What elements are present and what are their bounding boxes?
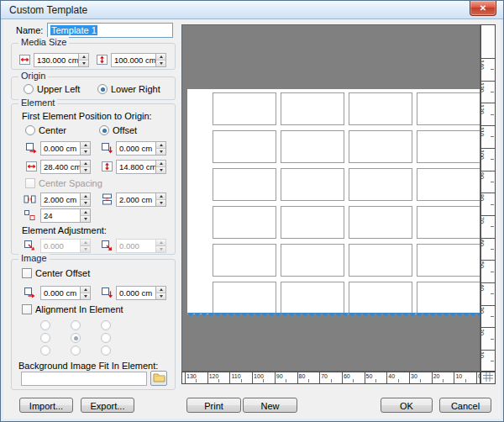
alignment-radio-middle-center[interactable] (71, 333, 81, 343)
ruler-major-tick (481, 125, 495, 126)
horizontal-spacing-input[interactable]: 2.000 cm (40, 193, 80, 207)
new-button[interactable]: New (243, 398, 297, 413)
ruler-major-tick (481, 238, 495, 239)
element-offset-y-spinner: 0.000 cm (116, 141, 166, 156)
alignment-radio-top-left[interactable] (40, 320, 50, 330)
media-size-group-label: Media Size (18, 37, 69, 47)
element-width-decrement[interactable] (81, 167, 90, 173)
template-element (281, 92, 344, 125)
element-height-increment[interactable] (156, 161, 165, 167)
ruler-label: 40 (480, 284, 485, 291)
element-count-input[interactable]: 24 (40, 208, 80, 223)
print-button[interactable]: Print (186, 398, 241, 413)
element-offset-x-increment[interactable] (81, 142, 90, 149)
element-width-increment[interactable] (81, 161, 90, 167)
vertical-ruler: 140130120110100908070605040302010 (480, 24, 496, 372)
horizontal-spacing-decrement[interactable] (81, 200, 90, 206)
ruler-minor-tick (443, 379, 444, 382)
alignment-radio-bottom-right[interactable] (101, 346, 111, 356)
folder-icon (153, 372, 165, 384)
element-offset-x-decrement[interactable] (81, 149, 90, 155)
element-offset-y-input[interactable]: 0.000 cm (116, 141, 155, 156)
background-path-input[interactable] (21, 372, 147, 386)
alignment-radio-top-right[interactable] (101, 320, 111, 330)
custom-template-dialog: Custom Template ✕ Name: Template 1 Media… (0, 0, 504, 422)
ruler-corner (480, 372, 496, 384)
origin-lower-right-radio[interactable] (97, 84, 108, 94)
image-offset-y-input[interactable]: 0.000 cm (116, 286, 155, 300)
media-width-input[interactable]: 130.000 cm (34, 53, 78, 67)
ruler-major-tick (229, 372, 230, 383)
template-element (417, 244, 480, 277)
horizontal-spacing-increment[interactable] (81, 193, 90, 200)
ruler-minor-tick (491, 293, 494, 294)
ruler-label: 100 (254, 373, 264, 379)
element-height-decrement[interactable] (156, 167, 165, 173)
alignment-in-element-checkbox[interactable] (22, 304, 32, 314)
element-count-decrement[interactable] (81, 216, 90, 222)
preview-canvas[interactable] (181, 24, 480, 372)
center-spacing-checkbox[interactable] (25, 178, 35, 188)
image-offset-x-decrement[interactable] (81, 293, 90, 299)
center-offset-checkbox[interactable] (22, 268, 32, 278)
export-button[interactable]: Export... (81, 398, 134, 413)
origin-upper-left-radio[interactable] (24, 84, 34, 94)
element-count-icon (24, 209, 36, 221)
media-height-input[interactable]: 100.000 cm (111, 53, 155, 67)
element-offset-x-input[interactable]: 0.000 cm (40, 141, 80, 156)
alignment-radio-middle-right[interactable] (101, 333, 111, 343)
vertical-spacing-decrement[interactable] (156, 200, 165, 206)
ok-button[interactable]: OK (381, 398, 433, 413)
element-offset-y-increment[interactable] (156, 142, 165, 149)
media-width-increment[interactable] (79, 54, 88, 61)
element-width-input[interactable]: 28.400 cm (40, 160, 80, 174)
media-height-increment[interactable] (156, 54, 165, 61)
adjust-y-decrement[interactable] (156, 246, 165, 252)
element-count-increment[interactable] (81, 209, 90, 216)
media-width-decrement[interactable] (79, 61, 88, 66)
vertical-spacing-increment[interactable] (156, 193, 165, 200)
template-element (213, 282, 276, 314)
image-offset-y-spinner: 0.000 cm (116, 286, 166, 300)
browse-button[interactable] (150, 371, 167, 386)
image-offset-x-input[interactable]: 0.000 cm (40, 286, 80, 300)
title-bar[interactable]: Custom Template ✕ (1, 1, 503, 19)
alignment-radio-middle-left[interactable] (40, 333, 50, 343)
element-offset-y-decrement[interactable] (156, 149, 165, 155)
image-offset-y-increment[interactable] (156, 287, 165, 293)
center-offset-label: Center Offset (35, 268, 90, 278)
template-name-input[interactable]: Template 1 (47, 23, 173, 38)
adjust-x-increment[interactable] (81, 240, 90, 246)
ruler-major-tick (481, 148, 495, 149)
template-element (417, 130, 480, 163)
template-name-value: Template 1 (50, 25, 97, 35)
position-offset-radio[interactable] (99, 125, 109, 135)
close-button[interactable]: ✕ (470, 1, 496, 16)
window-title: Custom Template (9, 4, 87, 16)
adjust-y-increment[interactable] (156, 240, 165, 246)
adjust-x-decrement[interactable] (81, 246, 90, 252)
ruler-major-tick (481, 282, 495, 283)
dialog-client-area: Name: Template 1 Media Size 130.000 cm 1… (1, 19, 503, 421)
alignment-radio-bottom-center[interactable] (71, 346, 81, 356)
position-offset-label: Offset (113, 125, 137, 135)
ruler-major-tick (275, 372, 276, 383)
image-offset-x-increment[interactable] (81, 287, 90, 293)
close-icon: ✕ (480, 3, 486, 13)
import-button[interactable]: Import... (19, 398, 73, 413)
origin-group: Origin Upper Left Lower Right (11, 76, 176, 100)
adjust-y-input[interactable]: 0.000 (116, 239, 155, 253)
adjust-x-input[interactable]: 0.000 (40, 239, 80, 253)
cancel-button[interactable]: Cancel (439, 398, 491, 413)
media-height-decrement[interactable] (156, 61, 165, 66)
alignment-radio-bottom-left[interactable] (40, 346, 50, 356)
template-element (349, 282, 412, 314)
element-height-icon (101, 161, 113, 172)
alignment-radio-top-center[interactable] (71, 320, 81, 330)
element-height-input[interactable]: 14.800 cm (116, 160, 155, 174)
element-offset-x-icon (25, 142, 38, 154)
image-offset-y-decrement[interactable] (156, 293, 165, 299)
vertical-spacing-input[interactable]: 2.000 cm (116, 193, 155, 207)
alignment-grid (40, 320, 133, 359)
position-center-radio[interactable] (25, 125, 35, 135)
